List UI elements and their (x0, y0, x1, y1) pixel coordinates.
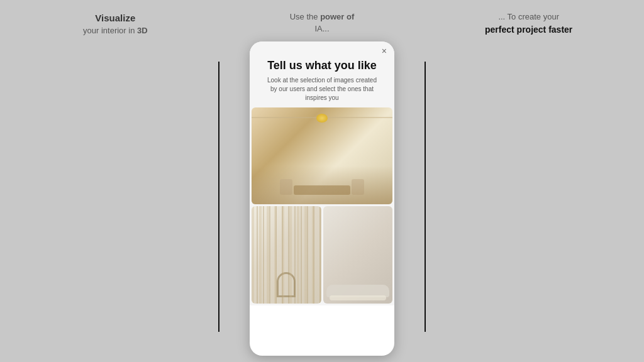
caption-visualize-title: Visualize (83, 11, 148, 25)
dialog-images (250, 107, 394, 305)
dialog-subtitle: Look at the selection of images created … (250, 76, 394, 107)
caption-layout: ... To create your perfect project faste… (475, 0, 582, 42)
dialog-header: × (250, 41, 394, 55)
panel-visualize: Visualize your interior in 3D (13, 0, 218, 362)
layout-caption-bold: perfect project faster (485, 23, 572, 36)
caption-visualize: Visualize your interior in 3D (74, 0, 157, 43)
app-screens: Visualize your interior in 3D (0, 0, 644, 362)
ia-text: IA... (314, 24, 329, 33)
caption-ia: Use the power of IA... (280, 0, 364, 41)
ia-caption-text: Use the power of (290, 11, 355, 23)
image-bookshelf[interactable] (252, 206, 321, 303)
3d-text: 3D (137, 26, 148, 35)
dialog-close-button[interactable]: × (382, 47, 387, 55)
image-living[interactable] (323, 206, 393, 303)
power-text: power of (320, 12, 354, 21)
dialog-title: Tell us what you like (250, 55, 394, 77)
panel-ia: Use the power of IA... × Tell us what yo… (219, 0, 425, 362)
kitchen-image (252, 107, 392, 204)
living-image (323, 206, 393, 303)
screen2-content: × Tell us what you like Look at the sele… (250, 41, 394, 305)
phone-screen2: × Tell us what you like Look at the sele… (250, 41, 394, 356)
image-kitchen[interactable] (252, 107, 392, 204)
interior-text: your interior in (83, 26, 137, 35)
layout-caption-text: ... To create your (485, 11, 572, 23)
use-text: Use the (290, 12, 320, 21)
bookshelf-image (252, 206, 321, 303)
visualize-text: Visualize (95, 13, 135, 23)
dialog-bg: × Tell us what you like Look at the sele… (250, 41, 394, 305)
caption-visualize-sub: your interior in 3D (83, 25, 148, 37)
ia-caption-sub: IA... (290, 23, 355, 35)
panel-layout: ... To create your perfect project faste… (426, 0, 631, 362)
to-create-text: ... To create your (498, 12, 559, 21)
perfect-project-text: perfect project faster (485, 25, 572, 35)
